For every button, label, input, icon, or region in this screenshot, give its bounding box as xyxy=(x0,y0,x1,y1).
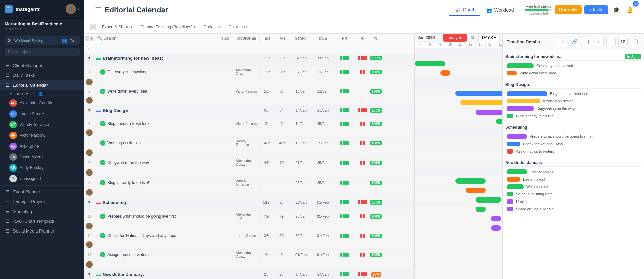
gantt-settings-btn[interactable]: ⚙ xyxy=(469,34,476,42)
task-pr-8 xyxy=(334,178,356,188)
gantt-bar-6[interactable] xyxy=(460,100,502,105)
search-input[interactable] xyxy=(104,36,144,41)
task-check-7[interactable]: ✓ xyxy=(100,160,105,165)
gantt-bar-5[interactable] xyxy=(455,91,502,96)
group-title-text-newsletter: Newsletter January: xyxy=(103,272,144,277)
sidebar-item-workbook[interactable]: ⚙ Workbook Settings xyxy=(5,36,58,45)
days-view-btn[interactable]: DAYS ▾ xyxy=(478,34,500,42)
group-expand-newsletter[interactable]: ▼ xyxy=(84,270,94,279)
invite-button[interactable]: + Invite xyxy=(584,5,608,14)
panel-label-3-4: Publish xyxy=(516,199,528,204)
gantt-nav-btn[interactable]: 📊 Gantt xyxy=(449,4,479,16)
task-check-6[interactable]: ✓ xyxy=(100,140,105,146)
topbar-nav: 📊 Gantt 👥 Workload xyxy=(449,4,519,16)
gantt-bar-2[interactable] xyxy=(440,70,450,76)
workload-nav-btn[interactable]: 👥 Workload xyxy=(481,5,520,16)
task-ah-5: 2h xyxy=(275,119,290,128)
trial-status: Free trial status 282 days left xyxy=(525,4,552,16)
task-check-1[interactable]: ✓ xyxy=(100,69,105,75)
sidebar-item-team[interactable]: 👥 Te... xyxy=(59,36,80,45)
user-avatar[interactable]: 👤 xyxy=(66,4,76,14)
gantt-task-row-7 xyxy=(415,107,502,117)
panel-map-btn[interactable]: 🗺 xyxy=(618,37,628,46)
task-check-8[interactable]: ✓ xyxy=(100,180,105,185)
sidebar-person-laurie[interactable]: LS Laurie Strode xyxy=(0,108,84,119)
graduation-icon-btn[interactable]: 🎓 xyxy=(611,5,622,16)
options-btn[interactable]: Options ▾ xyxy=(201,23,223,31)
gantt-bar-17[interactable] xyxy=(466,188,486,193)
table-header: + - 🔍 SUB ASSIGNEE EH AH START DUE PR RI… xyxy=(84,34,414,53)
task-pct-8: 100% xyxy=(369,178,383,188)
panel-minus-btn[interactable]: − xyxy=(606,37,616,46)
upgrade-button[interactable]: Upgrade xyxy=(555,5,582,14)
group-row-scheduling: ▼ ▬ Scheduling: 112h 98h 28/Jan 01/Feb xyxy=(84,197,414,211)
sidebar-person-alexandra[interactable]: AC Alexandra Cuartin xyxy=(0,98,84,108)
gantt-bar-18[interactable] xyxy=(476,197,501,203)
panel-bar-1-2 xyxy=(507,106,534,111)
group-expand-blog-design[interactable]: ▼ xyxy=(84,105,94,115)
add-col-btn[interactable]: □ xyxy=(93,24,96,30)
daily-tasks-label: Daily Tasks xyxy=(13,73,35,78)
group-action-brainstorming xyxy=(84,63,94,67)
group-expand-scheduling[interactable]: ▼ xyxy=(84,197,94,207)
task-check-5[interactable]: ✓ xyxy=(100,121,105,126)
sidebar-person-wendy[interactable]: WT Wendy Torrance xyxy=(0,119,84,130)
gantt-bar-8[interactable] xyxy=(496,119,502,124)
team-label: Te... xyxy=(70,39,77,43)
sidebar-item-raci[interactable]: ☰ RACI Chart Template xyxy=(0,216,84,226)
hamburger-icon[interactable]: ☰ xyxy=(95,6,101,14)
gantt-bar-20[interactable] xyxy=(491,216,501,221)
task-row-5: 5 ✓ Blog needs a fresh look Victor Pasco… xyxy=(84,119,414,138)
panel-copy-btn[interactable]: 📋 xyxy=(582,37,591,46)
columns-btn[interactable]: Columns ▾ xyxy=(226,23,250,31)
task-check-12[interactable]: ✓ xyxy=(100,233,105,238)
back-arrow-btn[interactable]: ← xyxy=(84,43,94,53)
today-button[interactable]: Today ► xyxy=(443,34,467,42)
task-check-11[interactable]: ✓ xyxy=(100,214,105,219)
sidebar-person-jason[interactable]: JM Jason Myers xyxy=(0,152,84,162)
pr-header: PR xyxy=(334,34,356,43)
gantt-bar-19[interactable] xyxy=(476,207,486,212)
sidebar-item-event-planner[interactable]: ☰ Event Planner xyxy=(0,187,84,197)
sidebar-item-daily-tasks[interactable]: ☰ Daily Tasks xyxy=(0,70,84,80)
gantt-day-13: 13 xyxy=(476,42,486,48)
collapse-all-btn[interactable]: - xyxy=(90,36,94,41)
panel-link-btn[interactable]: 🔗 xyxy=(570,37,579,46)
panel-group-3: Newsletter January:Choose topicsDesign l… xyxy=(505,159,641,213)
panel-table-btn[interactable]: 📋 xyxy=(631,37,640,46)
panel-group-2: Scheduling:Prepare what should be going … xyxy=(505,124,641,155)
task-pct-badge-2: 100% xyxy=(370,89,382,94)
gantt-bar-7[interactable] xyxy=(476,110,502,115)
sidebar-item-client-manager[interactable]: ☰ Client Manager xyxy=(0,61,84,70)
gantt-task-row-13 xyxy=(415,156,502,165)
group-due-brainstorming: 11/Jan xyxy=(312,53,334,63)
group-expand-brainstorming[interactable]: ▼ xyxy=(84,53,94,63)
group-pct-badge-blog-design: 100% xyxy=(370,108,382,113)
task-check-2[interactable]: ✓ xyxy=(100,89,105,94)
task-name-8: Blog is ready to go live! xyxy=(107,180,149,185)
filter-projects-input[interactable] xyxy=(5,48,80,56)
sidebar-item-social-media[interactable]: ☰ Social Media Planner xyxy=(0,226,84,236)
workspace-name[interactable]: Marketing at BestPractice ▾ xyxy=(5,21,80,26)
sidebar-person-victor[interactable]: VP Victor Pascow xyxy=(0,130,84,141)
sidebar-item-editorial-calendar[interactable]: ☰ Editorial Calendar xyxy=(0,80,84,90)
task-assignee-8: Wendy Torrance xyxy=(234,178,260,188)
export-share-btn[interactable]: Export & Share ▾ xyxy=(99,23,135,31)
expand-all-btn[interactable]: + xyxy=(85,36,89,41)
task-check-13[interactable]: ✓ xyxy=(100,252,105,257)
task-eh-6: 48h xyxy=(260,138,275,148)
sidebar-person-unassigned[interactable]: ? Unassigned xyxy=(0,173,84,184)
change-tracking-btn[interactable]: Change Tracking (Baselines) ▾ xyxy=(138,23,198,31)
panel-plus-btn[interactable]: + xyxy=(594,37,604,46)
sidebar-item-marketing[interactable]: ☰ Marketing xyxy=(0,207,84,216)
add-row-btn[interactable]: + xyxy=(90,24,93,30)
sidebar-person-andy[interactable]: AB Andy Barclay xyxy=(0,162,84,173)
gantt-bar-21[interactable] xyxy=(491,225,501,231)
panel-task-2-1: Check for National Days... xyxy=(505,140,641,148)
gantt-day-11: 11 xyxy=(455,42,466,48)
sidebar-person-alex[interactable]: AS Alex Spine xyxy=(0,141,84,152)
panel-sync-btn[interactable]: ↕ xyxy=(558,37,567,46)
sidebar-item-example-project[interactable]: ☰ Example Project xyxy=(0,197,84,207)
gantt-bar-16[interactable] xyxy=(455,178,486,184)
gantt-bar-1[interactable] xyxy=(415,61,445,66)
